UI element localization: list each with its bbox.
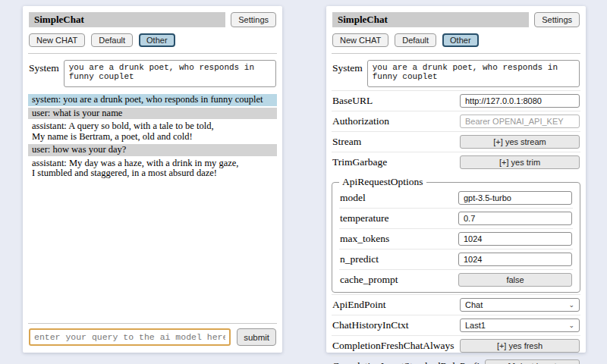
session-other-button[interactable]: Other — [442, 33, 479, 47]
completioninsertstandardroleprefix-toggle-button[interactable]: [-] dont insert — [485, 359, 580, 364]
model-row: model — [339, 188, 573, 208]
apiendpoint-selected-value: Chat — [465, 300, 483, 309]
baseurl-row: BaseURL — [332, 90, 580, 111]
chevron-down-icon: ⌄ — [568, 302, 574, 308]
page: SimpleChat Settings New CHAT Default Oth… — [0, 0, 607, 353]
session-default-button[interactable]: Default — [395, 33, 436, 47]
chat-message: assistant: A query so bold, with a tale … — [28, 121, 277, 143]
stream-toggle-button[interactable]: [+] yes stream — [460, 135, 580, 149]
n-predict-label: n_predict — [340, 253, 379, 265]
app-title: SimpleChat — [29, 12, 225, 27]
session-toolbar: New CHAT Default Other — [29, 33, 276, 47]
model-label: model — [340, 192, 366, 204]
apiendpoint-label: ApiEndPoint — [332, 299, 386, 311]
stream-label: Stream — [332, 136, 361, 148]
temperature-label: temperature — [340, 212, 388, 224]
session-other-button[interactable]: Other — [139, 33, 175, 47]
completionfreshchatalways-label: CompletionFreshChatAlways — [332, 340, 454, 352]
stream-row: Stream [+] yes stream — [332, 131, 580, 152]
settings-button[interactable]: Settings — [231, 12, 276, 27]
cache-prompt-toggle-button[interactable]: false — [458, 273, 572, 287]
chathistoryinctxt-selected-value: Last1 — [465, 321, 486, 330]
model-input[interactable] — [458, 191, 572, 205]
query-row: submit — [29, 328, 276, 346]
system-label: System — [29, 60, 59, 74]
authorization-label: Authorization — [332, 115, 389, 127]
apiendpoint-row: ApiEndPoint Chat ⌄ — [332, 294, 580, 315]
chathistoryinctxt-select[interactable]: Last1 ⌄ — [460, 318, 580, 332]
system-prompt-row: System you are a drunk poet, who respond… — [332, 60, 580, 87]
max-tokens-label: max_tokens — [340, 233, 389, 245]
divider — [28, 53, 277, 54]
system-prompt-textarea[interactable]: you are a drunk poet, who responds in fu… — [367, 60, 580, 87]
chat-message: system: you are a drunk poet, who respon… — [28, 94, 277, 106]
new-chat-button[interactable]: New CHAT — [29, 33, 85, 47]
chat-messages: system: you are a drunk poet, who respon… — [28, 94, 277, 180]
authorization-input[interactable] — [460, 115, 580, 128]
apirequestoptions-fieldset: ApiRequestOptions model temperature max_… — [332, 176, 580, 293]
authorization-row: Authorization — [332, 111, 580, 131]
apiendpoint-select[interactable]: Chat ⌄ — [460, 298, 580, 312]
completioninsertstandardroleprefix-label: CompletionInsertStandardRolePrefix — [332, 360, 485, 364]
session-toolbar: New CHAT Default Other — [332, 33, 580, 47]
trimgarbage-label: TrimGarbage — [332, 156, 387, 168]
trimgarbage-toggle-button[interactable]: [+] yes trim — [460, 155, 580, 169]
temperature-row: temperature — [339, 208, 573, 228]
n-predict-row: n_predict — [339, 249, 573, 269]
settings-panel: SimpleChat Settings New CHAT Default Oth… — [326, 6, 586, 353]
session-default-button[interactable]: Default — [91, 33, 133, 47]
completionfreshchatalways-row: CompletionFreshChatAlways [+] yes fresh — [332, 335, 580, 356]
chathistoryinctxt-label: ChatHistoryInCtxt — [332, 319, 409, 331]
chat-panel: SimpleChat Settings New CHAT Default Oth… — [23, 6, 282, 353]
spacer — [28, 180, 277, 318]
cache-prompt-label: cache_prompt — [340, 274, 398, 286]
baseurl-input[interactable] — [460, 94, 580, 108]
settings-button[interactable]: Settings — [534, 12, 580, 27]
new-chat-button[interactable]: New CHAT — [332, 33, 388, 47]
chat-message: user: how was your day? — [28, 144, 277, 156]
system-prompt-row: System you are a drunk poet, who respond… — [29, 60, 276, 87]
completioninsertstandardroleprefix-row: CompletionInsertStandardRolePrefix [-] d… — [332, 356, 580, 364]
system-prompt-textarea[interactable]: you are a drunk poet, who responds in fu… — [64, 60, 276, 87]
completionfreshchatalways-toggle-button[interactable]: [+] yes fresh — [460, 339, 580, 353]
chathistoryinctxt-row: ChatHistoryInCtxt Last1 ⌄ — [332, 315, 580, 335]
divider — [332, 53, 580, 54]
trimgarbage-row: TrimGarbage [+] yes trim — [332, 152, 580, 172]
chevron-down-icon: ⌄ — [568, 322, 574, 328]
header: SimpleChat Settings — [332, 12, 580, 27]
system-label: System — [332, 60, 363, 74]
n-predict-input[interactable] — [458, 253, 572, 266]
query-input[interactable] — [29, 328, 231, 346]
app-title: SimpleChat — [332, 12, 529, 27]
divider — [28, 323, 277, 324]
apirequestoptions-legend: ApiRequestOptions — [339, 176, 426, 188]
header: SimpleChat Settings — [29, 12, 276, 27]
max-tokens-input[interactable] — [458, 232, 572, 246]
settings-form: BaseURL Authorization Stream [+] yes str… — [332, 90, 580, 364]
max-tokens-row: max_tokens — [339, 228, 573, 249]
baseurl-label: BaseURL — [332, 95, 373, 107]
cache-prompt-row: cache_prompt false — [339, 269, 573, 290]
chat-message: user: what is your name — [28, 108, 277, 120]
temperature-input[interactable] — [458, 212, 572, 225]
chat-message: assistant: My day was a haze, with a dri… — [28, 158, 277, 180]
submit-button[interactable]: submit — [237, 328, 276, 346]
